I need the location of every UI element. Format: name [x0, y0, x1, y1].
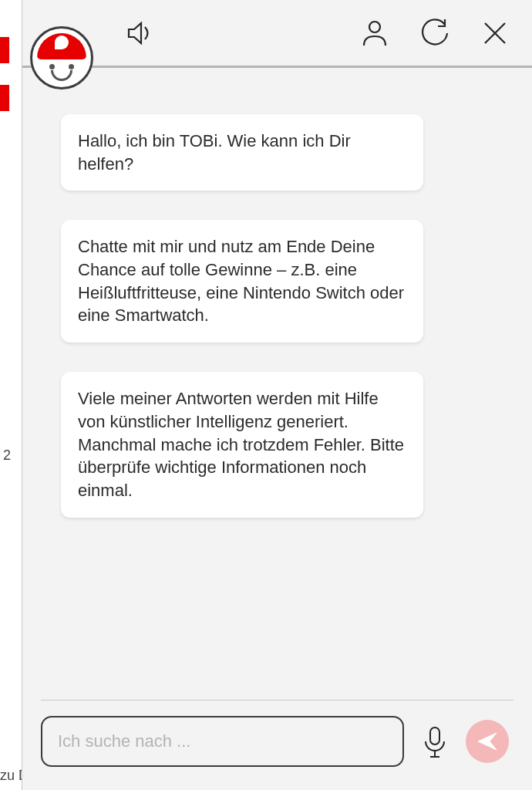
svg-rect-1: [430, 728, 439, 744]
message-list: Hallo, ich bin TOBi. Wie kann ich Dir he…: [22, 68, 532, 700]
tobi-avatar: [30, 26, 93, 89]
chat-header: [22, 0, 532, 68]
header-right: [358, 16, 512, 50]
microphone-icon[interactable]: [418, 724, 452, 758]
chat-panel: Hallo, ich bin TOBi. Wie kann ich Dir he…: [22, 0, 532, 790]
message-input[interactable]: [41, 716, 404, 767]
bot-message: Viele meiner Antworten werden mit Hilfe …: [61, 372, 423, 517]
message-text: Hallo, ich bin TOBi. Wie kann ich Dir he…: [78, 131, 351, 174]
close-icon[interactable]: [478, 16, 512, 50]
input-area: [41, 700, 513, 790]
person-icon[interactable]: [358, 16, 392, 50]
bot-message: Hallo, ich bin TOBi. Wie kann ich Dir he…: [61, 114, 423, 191]
send-button[interactable]: [466, 720, 509, 763]
header-left: [30, 2, 157, 65]
message-text: Chatte mit mir und nutz am Ende Deine Ch…: [78, 237, 404, 325]
refresh-icon[interactable]: [418, 16, 452, 50]
sound-icon[interactable]: [123, 16, 157, 50]
bot-message: Chatte mit mir und nutz am Ende Deine Ch…: [61, 220, 423, 343]
message-text: Viele meiner Antworten werden mit Hilfe …: [78, 389, 404, 500]
svg-point-0: [369, 22, 380, 32]
